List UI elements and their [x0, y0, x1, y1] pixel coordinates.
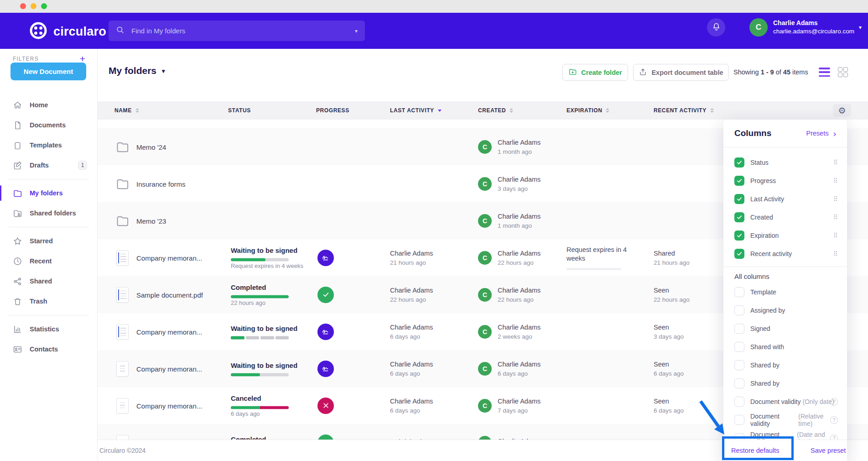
search-input[interactable] [130, 26, 355, 35]
page-title[interactable]: My folders ▾ [109, 65, 165, 76]
last-activity-cell: Charlie Adams 21 hours ago [390, 250, 433, 266]
checkbox-checked-icon[interactable] [734, 194, 744, 204]
activity-time: 21 hours ago [390, 259, 433, 266]
sidebar-item-recent[interactable]: Recent [0, 251, 97, 271]
sign-status-icon [317, 324, 334, 340]
sidebar-item-shared-folders[interactable]: Shared folders [0, 203, 97, 223]
columns-panel: Columns Presets › Status ⠿ Progress ⠿ La… [723, 120, 847, 461]
zoom-window-icon[interactable] [41, 3, 47, 9]
sidebar-item-documents[interactable]: Documents [0, 115, 97, 135]
checkbox-unchecked-icon[interactable] [734, 360, 744, 370]
status-subtext: 6 days ago [231, 410, 260, 417]
column-toggle-label: Expiration [750, 232, 779, 239]
drag-handle-icon[interactable]: ⠿ [833, 232, 838, 239]
column-header[interactable]: PROGRESS [316, 101, 349, 120]
document-icon [114, 398, 130, 414]
sidebar-item-trash[interactable]: Trash [0, 291, 97, 311]
notifications-button[interactable] [707, 18, 725, 37]
column-header[interactable]: RECENT ACTIVITY [654, 101, 714, 120]
checkbox-checked-icon[interactable] [734, 157, 744, 168]
column-settings-button[interactable]: ⚙ [833, 104, 851, 117]
activity-time: 6 days ago [390, 370, 433, 377]
search-scope-dropdown-icon[interactable]: ▾ [355, 28, 358, 34]
export-document-table-button[interactable]: Export document table [633, 64, 729, 81]
column-toggle-label: Created [750, 214, 773, 221]
column-toggle-progress[interactable]: Progress ⠿ [723, 172, 847, 190]
sidebar-item-my-folders[interactable]: My folders [0, 183, 97, 203]
person-name: Charlie Adams [390, 361, 433, 368]
checkbox-unchecked-icon[interactable] [734, 305, 744, 315]
sidebar-item-home[interactable]: Home [0, 95, 97, 115]
sidebar-item-starred[interactable]: Starred [0, 231, 97, 251]
created-cell: C Charlie Adams 22 hours ago [478, 287, 541, 303]
person-name: Charlie Adams [390, 250, 433, 257]
sidebar-item-label: Templates [30, 141, 62, 149]
column-toggle-status[interactable]: Status ⠿ [723, 153, 847, 172]
column-header[interactable]: LAST ACTIVITY [390, 101, 442, 120]
user-menu[interactable]: C Charlie Adams charlie.adams@circularo.… [749, 18, 862, 37]
checkbox-checked-icon[interactable] [734, 230, 744, 241]
column-toggle-unchecked[interactable]: Shared by ? [723, 356, 847, 374]
document-icon [114, 361, 130, 377]
checkbox-unchecked-icon[interactable] [734, 378, 744, 388]
drag-handle-icon[interactable]: ⠿ [833, 195, 838, 203]
column-header[interactable]: CREATED [478, 101, 513, 120]
checkbox-unchecked-icon[interactable] [734, 324, 744, 334]
sign-status-icon [317, 361, 334, 377]
column-toggle-unchecked[interactable]: Document validity (Only date) ? [723, 393, 847, 411]
grid-view-toggle[interactable] [838, 67, 848, 77]
column-toggle-unchecked[interactable]: Signed ? [723, 320, 847, 338]
minimize-window-icon[interactable] [31, 3, 36, 9]
close-window-icon[interactable] [20, 3, 26, 9]
new-document-button[interactable]: New Document [10, 63, 86, 80]
checkbox-checked-icon[interactable] [734, 176, 744, 186]
sort-icon [509, 108, 513, 113]
column-toggle-label: Template [750, 288, 776, 296]
column-toggle-unchecked[interactable]: Shared with ? [723, 338, 847, 356]
sidebar-item-templates[interactable]: Templates [0, 135, 97, 155]
create-folder-label: Create folder [581, 69, 622, 76]
sidebar-item-shared[interactable]: Shared [0, 271, 97, 291]
column-header[interactable]: EXPIRATION [567, 101, 609, 120]
column-toggle-unchecked[interactable]: Assigned by ? [723, 301, 847, 320]
created-time: 7 days ago [498, 407, 541, 414]
column-toggle-recent-activity[interactable]: Recent activity ⠿ [723, 245, 847, 263]
sidebar-item-contacts[interactable]: Contacts [0, 339, 97, 359]
drag-handle-icon[interactable]: ⠿ [833, 214, 838, 221]
status-subtext: Request expires in 4 weeks [231, 262, 303, 269]
list-view-toggle[interactable] [819, 68, 830, 77]
recent-activity-cell: Seen 3 days ago [654, 324, 684, 340]
save-preset-button[interactable]: Save preset [811, 447, 846, 454]
column-header[interactable]: NAME [114, 101, 139, 120]
presets-link[interactable]: Presets › [806, 129, 837, 138]
column-toggle-unchecked[interactable]: Template ? [723, 283, 847, 301]
created-time: 3 days ago [498, 185, 541, 192]
column-toggle-expiration[interactable]: Expiration ⠿ [723, 226, 847, 245]
column-toggle-unchecked[interactable]: Shared by ? [723, 374, 847, 393]
annotation-arrow [684, 390, 739, 440]
item-name: Company memoran... [136, 402, 202, 409]
created-cell: C Charlie Adams 3 days ago [478, 176, 541, 192]
drag-handle-icon[interactable]: ⠿ [833, 250, 838, 257]
drag-handle-icon[interactable]: ⠿ [833, 159, 838, 166]
checkbox-checked-icon[interactable] [734, 249, 744, 259]
chevron-right-icon: › [833, 129, 836, 138]
checkbox-unchecked-icon[interactable] [734, 287, 744, 297]
column-header[interactable]: STATUS [228, 101, 251, 120]
sidebar-item-drafts[interactable]: Drafts 1 [0, 155, 97, 175]
brand-logo[interactable]: circularo [28, 21, 106, 42]
checkbox-checked-icon[interactable] [734, 212, 744, 222]
column-toggle-last-activity[interactable]: Last Activity ⠿ [723, 190, 847, 208]
sidebar-item-statistics[interactable]: Statistics [0, 319, 97, 339]
person-name: Charlie Adams [498, 176, 541, 183]
checkbox-unchecked-icon[interactable] [734, 342, 744, 352]
column-toggle-created[interactable]: Created ⠿ [723, 208, 847, 226]
drag-handle-icon[interactable]: ⠿ [833, 177, 838, 184]
column-toggle-unchecked[interactable]: Document validity (Relative time) ? [723, 411, 847, 429]
file-icon [13, 120, 22, 130]
create-folder-button[interactable]: Create folder [562, 64, 628, 81]
export-icon [639, 68, 647, 78]
showing-range: 1 - 9 [761, 68, 774, 76]
created-time: 2 weeks ago [498, 333, 541, 340]
copyright: Circularo ©2024 [99, 447, 146, 454]
